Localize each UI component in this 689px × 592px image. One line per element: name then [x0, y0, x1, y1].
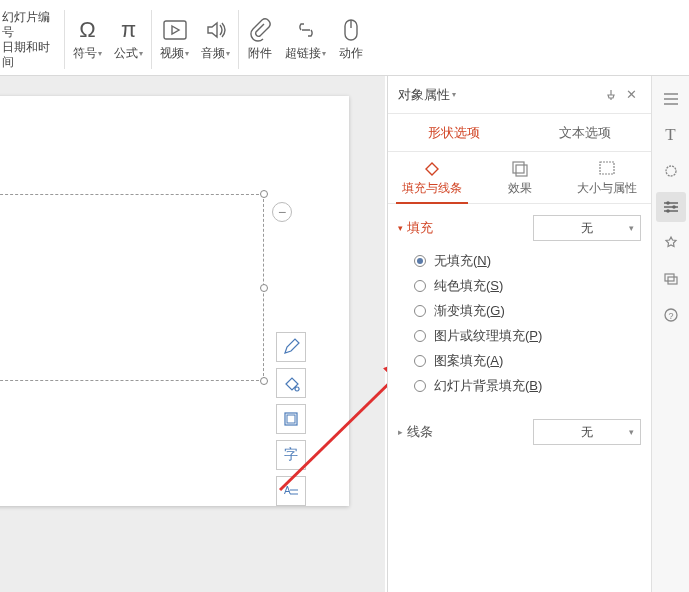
fill-radio-group: 无填充(N) 纯色填充(S) 渐变填充(G) 图片或纹理填充(P) 图案填充(A… [398, 244, 641, 406]
properties-panel: 对象属性▾ ✕ 形状选项 文本选项 填充与线条 效果 大小与属性 ▾填充 无 [387, 76, 651, 592]
link-icon [293, 17, 319, 43]
video-button[interactable]: 视频▾ [154, 4, 195, 75]
svg-point-11 [666, 201, 670, 205]
pen-tool-button[interactable] [276, 332, 306, 362]
formula-button[interactable]: π 公式▾ [108, 4, 149, 75]
rail-star-icon[interactable] [656, 228, 686, 258]
subtab-size-props[interactable]: 大小与属性 [563, 152, 651, 203]
hyperlink-button[interactable]: 超链接▾ [279, 4, 332, 75]
fill-slidebg-radio[interactable]: 幻灯片背景填充(B) [414, 373, 641, 398]
paperclip-icon [247, 17, 273, 43]
symbol-button[interactable]: Ω 符号▾ [67, 4, 108, 75]
svg-rect-0 [164, 21, 186, 39]
side-rail: T ? [651, 76, 689, 592]
svg-text:A: A [284, 485, 291, 496]
text-tool-button[interactable]: 字 [276, 440, 306, 470]
rail-menu-icon[interactable] [656, 84, 686, 114]
svg-rect-8 [516, 165, 527, 176]
line-section-toggle[interactable]: ▸线条 [398, 423, 433, 441]
fill-none-radio[interactable]: 无填充(N) [414, 248, 641, 273]
line-select[interactable]: 无 [533, 419, 641, 445]
ribbon-left-labels: 幻灯片编号 日期和时间 [0, 4, 62, 75]
subtab-effects[interactable]: 效果 [476, 152, 564, 203]
svg-point-13 [666, 209, 670, 213]
svg-point-12 [672, 205, 676, 209]
outline-tool-button[interactable] [276, 404, 306, 434]
svg-text:?: ? [668, 311, 673, 321]
rail-circle-icon[interactable] [656, 156, 686, 186]
resize-handle[interactable] [260, 190, 268, 198]
fill-gradient-radio[interactable]: 渐变填充(G) [414, 298, 641, 323]
floating-toolbar: 字 A [276, 332, 306, 506]
pi-icon: π [116, 17, 142, 43]
resize-handle[interactable] [260, 284, 268, 292]
subtab-fill-line[interactable]: 填充与线条 [388, 152, 476, 203]
slide-number-label[interactable]: 幻灯片编号 [2, 10, 56, 40]
mouse-icon [338, 17, 364, 43]
slide-canvas[interactable]: − 字 A [0, 76, 385, 592]
fill-select[interactable]: 无 [533, 215, 641, 241]
tab-text-options[interactable]: 文本选项 [520, 114, 652, 151]
rail-layers-icon[interactable] [656, 264, 686, 294]
tab-shape-options[interactable]: 形状选项 [388, 114, 520, 151]
fill-picture-radio[interactable]: 图片或纹理填充(P) [414, 323, 641, 348]
fill-solid-radio[interactable]: 纯色填充(S) [414, 273, 641, 298]
rail-text-icon[interactable]: T [656, 120, 686, 150]
svg-point-10 [666, 166, 676, 176]
svg-rect-7 [513, 162, 524, 173]
pin-icon[interactable] [601, 85, 621, 105]
ribbon: 幻灯片编号 日期和时间 Ω 符号▾ π 公式▾ 视频▾ 音频▾ 附件 超链接▾ [0, 4, 689, 76]
svg-rect-4 [287, 415, 295, 423]
rail-settings-icon[interactable] [656, 192, 686, 222]
action-button[interactable]: 动作 [332, 4, 370, 75]
audio-icon [203, 17, 229, 43]
svg-rect-9 [600, 162, 614, 174]
audio-button[interactable]: 音频▾ [195, 4, 236, 75]
fill-tool-button[interactable] [276, 368, 306, 398]
close-icon[interactable]: ✕ [621, 85, 641, 105]
resize-handle[interactable] [260, 377, 268, 385]
minus-icon[interactable]: − [272, 202, 292, 222]
video-icon [162, 17, 188, 43]
fill-pattern-radio[interactable]: 图案填充(A) [414, 348, 641, 373]
date-time-label[interactable]: 日期和时间 [2, 40, 56, 70]
attachment-button[interactable]: 附件 [241, 4, 279, 75]
selected-shape[interactable]: − [0, 194, 264, 381]
rail-help-icon[interactable]: ? [656, 300, 686, 330]
omega-icon: Ω [75, 17, 101, 43]
panel-title[interactable]: 对象属性▾ [398, 86, 601, 104]
fill-section-toggle[interactable]: ▾填充 [398, 219, 433, 237]
format-tool-button[interactable]: A [276, 476, 306, 506]
